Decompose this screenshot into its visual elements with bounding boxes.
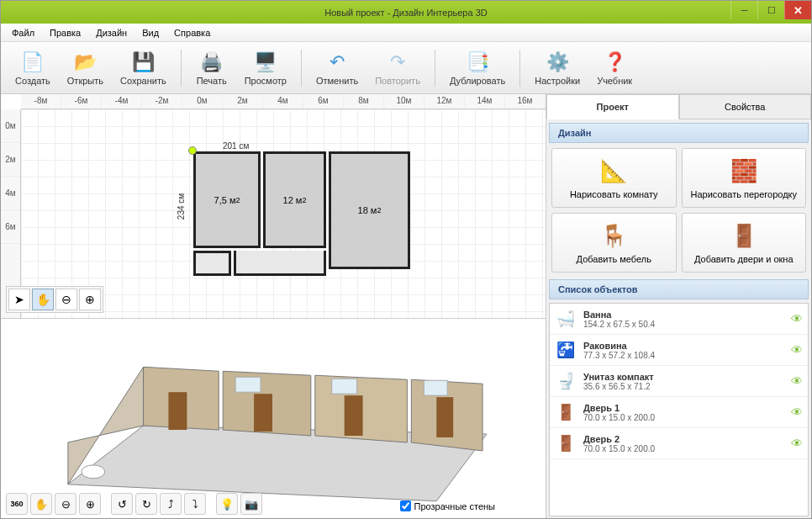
list-item[interactable]: 🛁Ванна154.2 x 67.5 x 50.4👁: [550, 304, 808, 335]
print-button[interactable]: 🖨️Печать: [188, 48, 235, 88]
plan-tool-palette: ➤ ✋ ⊖ ⊕: [6, 286, 103, 313]
room-hall[interactable]: [234, 251, 326, 276]
object-list[interactable]: 🛁Ванна154.2 x 67.5 x 50.4👁 🚰Раковина77.3…: [549, 303, 809, 516]
draw-wall-button[interactable]: 🧱Нарисовать перегородку: [682, 148, 807, 208]
folder-open-icon: 📂: [73, 50, 97, 74]
side-panel: Проект Свойства Дизайн 📐Нарисовать комна…: [546, 94, 811, 518]
svg-point-13: [82, 465, 105, 479]
title-bar: Новый проект - Дизайн Интерьера 3D ─ ☐ ✕: [1, 1, 811, 24]
rotate-down-tool[interactable]: ⤵: [184, 493, 206, 515]
svg-rect-8: [345, 395, 363, 436]
list-item[interactable]: 🚰Раковина77.3 x 57.2 x 108.4👁: [550, 335, 808, 366]
chair-icon: 🪑: [598, 220, 629, 251]
visibility-toggle[interactable]: 👁: [791, 405, 803, 419]
camera-tool[interactable]: 📷: [240, 493, 262, 515]
menu-help[interactable]: Справка: [166, 25, 218, 40]
resize-handle[interactable]: [188, 146, 197, 155]
rotate-up-tool[interactable]: ⤴: [160, 493, 182, 515]
tab-project[interactable]: Проект: [546, 94, 679, 119]
visibility-toggle[interactable]: 👁: [791, 437, 803, 450]
preview-tool-palette: 360 ✋ ⊖ ⊕ ↺ ↻ ⤴ ⤵ 💡 📷: [6, 493, 262, 515]
svg-rect-9: [436, 397, 453, 437]
open-button[interactable]: 📂Открыть: [60, 48, 111, 88]
svg-rect-6: [168, 392, 187, 430]
visibility-toggle[interactable]: 👁: [791, 374, 803, 388]
zoom-out-tool[interactable]: ⊖: [55, 289, 77, 310]
rotate-360-tool[interactable]: 360: [6, 493, 28, 515]
redo-button[interactable]: ↷Повторить: [367, 48, 428, 88]
svg-rect-11: [332, 379, 357, 394]
room-3[interactable]: 18 м2: [329, 151, 410, 269]
preview-button[interactable]: 🖥️Просмотр: [237, 48, 294, 88]
transparent-walls-label: Прозрачные стены: [414, 501, 495, 511]
toilet-icon: 🚽: [555, 370, 577, 392]
save-icon: 💾: [131, 50, 155, 74]
preview-3d-view[interactable]: 360 ✋ ⊖ ⊕ ↺ ↻ ⤴ ⤵ 💡 📷 Прозрачные стены: [1, 318, 546, 518]
section-objects-header: Список объектов: [549, 279, 809, 299]
floor-plan[interactable]: 201 см 234 см 7,5 м2 12 м2 18 м2: [193, 151, 410, 276]
rotate-left-tool[interactable]: ↺: [111, 493, 133, 515]
tab-properties[interactable]: Свойства: [679, 94, 812, 119]
undo-icon: ↶: [325, 50, 349, 74]
add-furniture-button[interactable]: 🪑Добавить мебель: [551, 213, 677, 273]
window-title: Новый проект - Дизайн Интерьера 3D: [324, 8, 487, 18]
section-design-header: Дизайн: [549, 123, 809, 143]
svg-rect-10: [235, 377, 261, 392]
save-button[interactable]: 💾Сохранить: [113, 48, 174, 88]
dimension-height: 234 см: [177, 193, 186, 220]
menu-edit[interactable]: Правка: [42, 25, 88, 40]
close-button[interactable]: ✕: [784, 1, 811, 19]
new-file-icon: 📄: [21, 50, 45, 74]
bathtub-icon: 🛁: [555, 308, 577, 330]
list-item[interactable]: 🚽Унитаз компакт35.6 x 56.5 x 71.2👁: [550, 366, 808, 397]
create-button[interactable]: 📄Создать: [8, 48, 58, 88]
light-tool[interactable]: 💡: [216, 493, 238, 515]
svg-rect-7: [254, 394, 272, 432]
pencil-ruler-icon: 📐: [598, 156, 629, 186]
door-icon: 🚪: [729, 220, 759, 251]
zoom-out-3d-tool[interactable]: ⊖: [55, 493, 76, 515]
duplicate-button[interactable]: 📑Дублировать: [442, 48, 513, 88]
menu-file[interactable]: Файл: [4, 25, 42, 40]
redo-icon: ↷: [386, 50, 409, 74]
svg-rect-12: [424, 380, 447, 395]
main-toolbar: 📄Создать 📂Открыть 💾Сохранить 🖨️Печать 🖥️…: [1, 42, 811, 94]
room-bath[interactable]: [193, 251, 231, 276]
list-item[interactable]: 🚪Дверь 170.0 x 15.0 x 200.0👁: [550, 397, 808, 428]
ruler-horizontal: -8м-6м-4м-2м0м2м4м6м8м10м12м14м16м: [21, 94, 546, 109]
settings-button[interactable]: ⚙️Настройки: [527, 48, 588, 88]
render-3d: [43, 358, 495, 510]
draw-room-button[interactable]: 📐Нарисовать комнату: [551, 148, 677, 208]
duplicate-icon: 📑: [466, 50, 489, 74]
menu-bar: Файл Правка Дизайн Вид Справка: [1, 24, 811, 42]
pointer-tool[interactable]: ➤: [8, 289, 30, 310]
room-1[interactable]: 7,5 м2: [193, 151, 261, 248]
room-2[interactable]: 12 м2: [263, 151, 326, 248]
undo-button[interactable]: ↶Отменить: [308, 48, 366, 88]
menu-view[interactable]: Вид: [134, 25, 166, 40]
plan-2d-view[interactable]: -8м-6м-4м-2м0м2м4м6м8м10м12м14м16м 0м2м4…: [1, 94, 546, 318]
menu-design[interactable]: Дизайн: [88, 25, 134, 40]
monitor-icon: 🖥️: [254, 50, 277, 74]
pan-3d-tool[interactable]: ✋: [30, 493, 52, 515]
list-item[interactable]: 🚪Дверь 270.0 x 15.0 x 200.0👁: [550, 428, 808, 459]
tutorial-button[interactable]: ❓Учебник: [589, 48, 640, 88]
rotate-right-tool[interactable]: ↻: [135, 493, 157, 515]
minimize-button[interactable]: ─: [730, 1, 757, 19]
pan-tool[interactable]: ✋: [32, 289, 54, 310]
brick-wall-icon: 🧱: [729, 156, 759, 186]
door-icon: 🚪: [555, 432, 577, 454]
zoom-in-3d-tool[interactable]: ⊕: [79, 493, 101, 515]
zoom-in-tool[interactable]: ⊕: [79, 289, 101, 310]
visibility-toggle[interactable]: 👁: [791, 312, 803, 326]
printer-icon: 🖨️: [200, 50, 224, 74]
transparent-walls-checkbox[interactable]: [400, 500, 411, 511]
maximize-button[interactable]: ☐: [757, 1, 784, 19]
gear-icon: ⚙️: [546, 50, 569, 74]
add-doors-button[interactable]: 🚪Добавить двери и окна: [682, 213, 807, 273]
help-icon: ❓: [603, 50, 626, 74]
door-icon: 🚪: [555, 401, 577, 423]
dimension-width: 201 см: [223, 141, 249, 151]
visibility-toggle[interactable]: 👁: [791, 343, 803, 357]
sink-icon: 🚰: [555, 339, 577, 361]
